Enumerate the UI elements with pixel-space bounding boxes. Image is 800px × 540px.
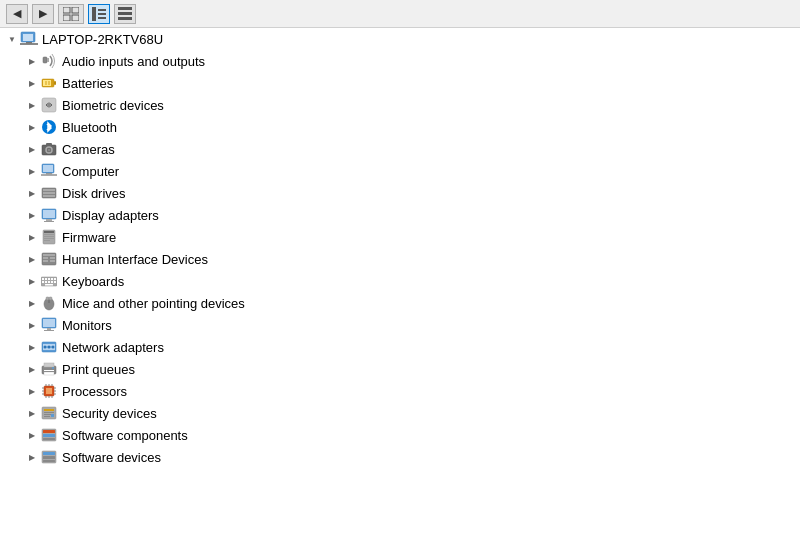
svg-rect-82 (44, 370, 54, 371)
root-expand-arrow[interactable] (4, 31, 20, 47)
item-label: Batteries (62, 76, 113, 91)
item-label: Print queues (62, 362, 135, 377)
item-label: Processors (62, 384, 127, 399)
list-item[interactable]: Software components (20, 424, 800, 446)
item-label: Software devices (62, 450, 161, 465)
svg-rect-112 (43, 460, 55, 462)
svg-point-78 (48, 346, 51, 349)
keyboard-icon (40, 272, 58, 290)
item-label: Security devices (62, 406, 157, 421)
expand-arrow[interactable] (24, 405, 40, 421)
expand-arrow[interactable] (24, 295, 40, 311)
svg-rect-64 (45, 284, 53, 286)
expand-arrow[interactable] (24, 361, 40, 377)
svg-rect-107 (43, 434, 55, 437)
expand-arrow[interactable] (24, 53, 40, 69)
expand-arrow[interactable] (24, 229, 40, 245)
list-item[interactable]: Mice and other pointing devices (20, 292, 800, 314)
svg-rect-51 (43, 260, 48, 262)
svg-rect-61 (48, 281, 50, 283)
view1-button[interactable] (58, 4, 84, 24)
list-item[interactable]: Network adapters (20, 336, 800, 358)
svg-rect-81 (44, 363, 54, 367)
back-button[interactable]: ◀ (6, 4, 28, 24)
software-components-icon (40, 426, 58, 444)
tree-container[interactable]: LAPTOP-2RKTV68U Audio inputs and outputs (0, 28, 800, 540)
item-label: Disk drives (62, 186, 126, 201)
svg-rect-86 (46, 388, 52, 394)
monitor-icon (40, 316, 58, 334)
list-item[interactable]: Keyboards (20, 270, 800, 292)
view2-button[interactable] (88, 4, 110, 24)
expand-arrow[interactable] (24, 119, 40, 135)
list-item[interactable]: Security devices (20, 402, 800, 424)
list-item[interactable]: Human Interface Devices (20, 248, 800, 270)
svg-rect-30 (43, 165, 53, 172)
expand-arrow[interactable] (24, 97, 40, 113)
svg-rect-63 (54, 281, 56, 283)
expand-arrow[interactable] (24, 75, 40, 91)
expand-arrow[interactable] (24, 207, 40, 223)
svg-rect-72 (47, 328, 51, 330)
svg-rect-15 (43, 57, 47, 63)
item-label: Network adapters (62, 340, 164, 355)
list-item[interactable]: Cameras (20, 138, 800, 160)
display-icon (40, 206, 58, 224)
toolbar: ◀ ▶ (0, 0, 800, 28)
svg-rect-19 (43, 80, 51, 86)
expand-arrow[interactable] (24, 141, 40, 157)
svg-rect-52 (50, 260, 55, 262)
expand-arrow[interactable] (24, 317, 40, 333)
expand-arrow[interactable] (24, 185, 40, 201)
svg-rect-50 (50, 257, 55, 259)
expand-arrow[interactable] (24, 427, 40, 443)
svg-rect-38 (43, 210, 55, 218)
list-item[interactable]: Audio inputs and outputs (20, 50, 800, 72)
root-label: LAPTOP-2RKTV68U (42, 32, 163, 47)
list-item[interactable]: Software devices (20, 446, 800, 468)
list-item[interactable]: Batteries (20, 72, 800, 94)
expand-arrow[interactable] (24, 251, 40, 267)
forward-button[interactable]: ▶ (32, 4, 54, 24)
svg-rect-34 (43, 189, 55, 191)
list-item[interactable]: Bluetooth (20, 116, 800, 138)
svg-rect-36 (43, 195, 55, 197)
svg-rect-9 (118, 12, 132, 15)
svg-rect-108 (43, 438, 55, 440)
svg-rect-58 (54, 278, 56, 280)
svg-rect-69 (49, 297, 52, 300)
svg-rect-12 (23, 34, 33, 41)
expand-arrow[interactable] (24, 383, 40, 399)
svg-rect-59 (42, 281, 44, 283)
list-item[interactable]: Print queues (20, 358, 800, 380)
svg-rect-106 (43, 430, 55, 433)
item-label: Keyboards (62, 274, 124, 289)
list-item[interactable]: Computer (20, 160, 800, 182)
view3-button[interactable] (114, 4, 136, 24)
tree-root[interactable]: LAPTOP-2RKTV68U (0, 28, 800, 50)
list-item[interactable]: Biometric devices (20, 94, 800, 116)
svg-rect-55 (45, 278, 47, 280)
audio-icon (40, 52, 58, 70)
expand-arrow[interactable] (24, 339, 40, 355)
svg-rect-5 (98, 9, 106, 11)
svg-rect-3 (72, 15, 79, 21)
firmware-icon (40, 228, 58, 246)
mouse-icon (40, 294, 58, 312)
list-item[interactable]: Firmware (20, 226, 800, 248)
expand-arrow[interactable] (24, 273, 40, 289)
item-label: Cameras (62, 142, 115, 157)
print-icon (40, 360, 58, 378)
expand-arrow[interactable] (24, 449, 40, 465)
svg-rect-49 (43, 257, 48, 259)
list-item[interactable]: Processors (20, 380, 800, 402)
expand-arrow[interactable] (24, 163, 40, 179)
svg-rect-111 (43, 456, 55, 459)
list-item[interactable]: Disk drives (20, 182, 800, 204)
list-item[interactable]: Monitors (20, 314, 800, 336)
battery-icon (40, 74, 58, 92)
svg-rect-83 (44, 372, 54, 375)
child-items: Audio inputs and outputs Batteries (0, 50, 800, 468)
svg-rect-60 (45, 281, 47, 283)
list-item[interactable]: Display adapters (20, 204, 800, 226)
